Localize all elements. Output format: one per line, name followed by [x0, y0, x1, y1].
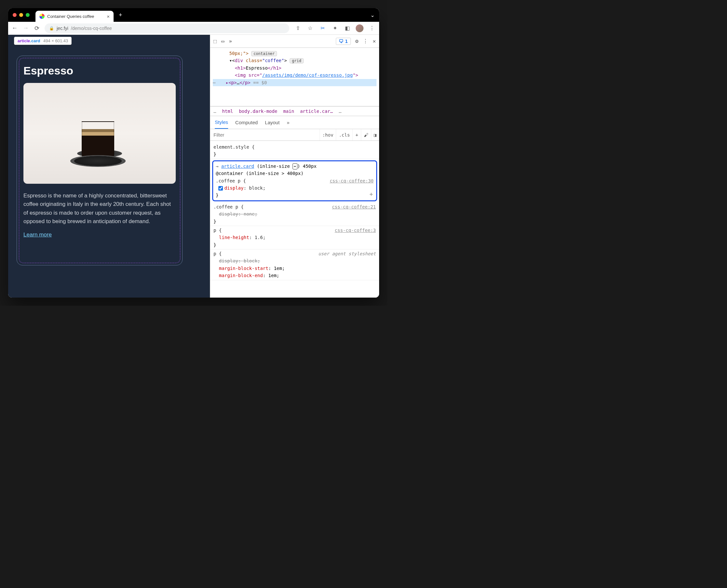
breadcrumb-overflow-left[interactable]: … — [214, 109, 216, 114]
source-link-3[interactable]: css-cq-coffee:3 — [335, 227, 376, 234]
card-description: Espresso is the name of a highly concent… — [23, 192, 176, 226]
address-bar[interactable]: 🔒 jec.fyi/demo/css-cq-coffee — [45, 23, 289, 33]
paint-icon[interactable]: 🖌 — [361, 129, 371, 141]
devtools-panel: ⬚ ▭ » 🗨 1 ⚙ ⋮ ✕ 50px;"> container ▾<div … — [210, 35, 379, 298]
browser-tab[interactable]: Container Queries coffee × — [36, 11, 114, 22]
inline-size-icon: ↔ — [292, 163, 298, 170]
cq-selector-link[interactable]: article.card — [221, 164, 254, 169]
lock-icon: 🔒 — [49, 26, 54, 30]
new-rule-button[interactable]: + — [352, 129, 361, 141]
breadcrumb-main[interactable]: main — [283, 109, 294, 114]
extensions-icon[interactable]: ✦ — [331, 25, 339, 31]
inspect-tooltip: article.card 494 × 601.43 — [14, 37, 72, 45]
tooltip-selector-tag: article — [18, 38, 30, 43]
new-tab-button[interactable]: + — [119, 12, 122, 19]
source-link-30[interactable]: css-cq-coffee:30 — [330, 177, 373, 184]
source-link-21[interactable]: css-cq-coffee:21 — [332, 203, 376, 210]
devtools-kebab-icon[interactable]: ⋮ — [363, 38, 368, 44]
back-button[interactable]: ← — [12, 25, 18, 31]
traffic-lights — [13, 13, 29, 17]
p-rule[interactable]: p {css-cq-coffee:3 line-height: 1.6; } — [210, 226, 379, 249]
elements-dom-tree[interactable]: 50px;"> container ▾<div class="coffee"> … — [210, 48, 379, 106]
tab-close-icon[interactable]: × — [107, 14, 110, 19]
styles-filter-row: :hov .cls + 🖌 ◨ — [210, 129, 379, 141]
reload-button[interactable]: ⟳ — [34, 25, 40, 32]
devtools-close-icon[interactable]: ✕ — [372, 38, 376, 44]
tooltip-dimensions: 494 × 601.43 — [43, 38, 68, 43]
dom-breadcrumb[interactable]: … html body.dark-mode main article.car… … — [210, 106, 379, 116]
page-viewport: article.card 494 × 601.43 Espresso Espre… — [8, 35, 210, 298]
breadcrumb-article[interactable]: article.car… — [300, 109, 333, 114]
breadcrumb-html[interactable]: html — [222, 109, 233, 114]
tab-favicon — [39, 14, 45, 19]
issues-icon: 🗨 — [339, 39, 343, 44]
tab-overflow-icon[interactable]: » — [287, 120, 289, 125]
scissors-icon[interactable]: ✂ — [319, 25, 326, 31]
selected-dom-node[interactable]: ⋯ ▸<p>…</p> == $0 — [213, 79, 377, 86]
element-style-rule[interactable]: element.style { } — [210, 143, 379, 159]
issues-button[interactable]: 🗨 1 — [336, 38, 350, 45]
minimize-window-button[interactable] — [19, 13, 23, 17]
tab-title: Container Queries coffee — [47, 14, 94, 19]
inspect-element-icon[interactable]: ⬚ — [214, 38, 217, 44]
user-agent-rule[interactable]: p {user agent stylesheet display: block;… — [210, 249, 379, 280]
img-src-link[interactable]: /assets/img/demo/cof-espresso.jpg — [262, 72, 353, 78]
forward-button[interactable]: → — [22, 25, 29, 31]
tab-computed[interactable]: Computed — [235, 120, 258, 125]
article-card[interactable]: Espresso Espresso is the name of a highl… — [17, 56, 183, 266]
ua-label: user agent stylesheet — [318, 250, 376, 257]
grid-badge[interactable]: grid — [290, 58, 304, 63]
url-bar: ← → ⟳ 🔒 jec.fyi/demo/css-cq-coffee ⇪ ☆ ✂… — [8, 22, 379, 35]
issues-count: 1 — [345, 39, 347, 44]
maximize-window-button[interactable] — [26, 13, 29, 17]
learn-more-link[interactable]: Learn more — [23, 232, 52, 238]
settings-gear-icon[interactable]: ⚙ — [355, 38, 359, 44]
container-query-rule[interactable]: article.card (inline-size ↔) 450px @cont… — [212, 160, 377, 201]
breadcrumb-body[interactable]: body.dark-mode — [239, 109, 277, 114]
coffee-image — [23, 83, 176, 184]
breadcrumb-overflow-right[interactable]: … — [339, 109, 341, 114]
tooltip-selector-class: .card — [30, 38, 40, 43]
styles-tabstrip: Styles Computed Layout » — [210, 116, 379, 129]
window-menu-chevron-icon[interactable]: ⌄ — [370, 12, 375, 18]
kebab-menu-icon[interactable]: ⋮ — [368, 25, 376, 31]
styles-filter-input[interactable] — [210, 132, 320, 138]
tab-layout[interactable]: Layout — [265, 120, 280, 125]
bookmark-icon[interactable]: ☆ — [306, 25, 314, 31]
property-toggle-checkbox[interactable] — [218, 186, 223, 191]
profile-avatar[interactable] — [356, 24, 363, 32]
tab-styles[interactable]: Styles — [215, 116, 228, 129]
styles-pane: element.style { } article.card (inline-s… — [210, 141, 379, 298]
share-icon[interactable]: ⇪ — [294, 25, 302, 31]
container-badge[interactable]: container — [251, 51, 277, 56]
close-window-button[interactable] — [13, 13, 17, 17]
url-host: jec.fyi — [57, 26, 68, 31]
sidepanel-icon[interactable]: ◧ — [343, 25, 351, 31]
card-title: Espresso — [23, 64, 176, 77]
toggle-sidebar-icon[interactable]: ◨ — [371, 129, 379, 141]
window-titlebar: Container Queries coffee × + ⌄ — [8, 8, 379, 22]
url-path: /demo/css-cq-coffee — [71, 26, 112, 31]
hov-button[interactable]: :hov — [320, 129, 336, 141]
coffee-p-rule[interactable]: .coffee p {css-cq-coffee:21 display: non… — [210, 203, 379, 226]
devtools-toolbar: ⬚ ▭ » 🗨 1 ⚙ ⋮ ✕ — [210, 35, 379, 48]
tabs-overflow-icon[interactable]: » — [229, 38, 232, 44]
device-toolbar-icon[interactable]: ▭ — [221, 38, 225, 44]
cls-button[interactable]: .cls — [336, 129, 352, 141]
